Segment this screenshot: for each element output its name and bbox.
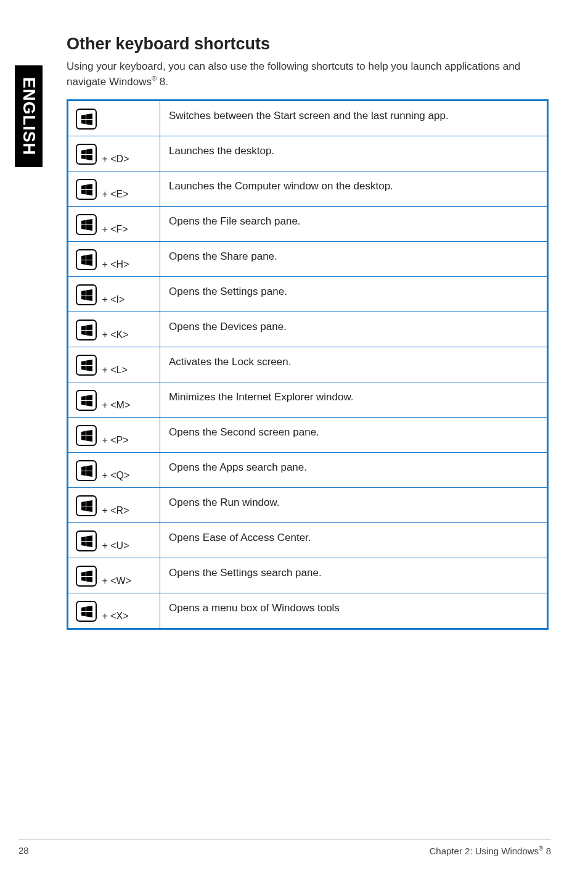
svg-marker-52: [81, 571, 86, 576]
windows-logo-icon: [81, 395, 93, 407]
content-area: Other keyboard shortcuts Using your keyb…: [67, 35, 549, 630]
shortcut-description: Opens the Share pane.: [160, 241, 548, 276]
table-row: + <M>Minimizes the Internet Explorer win…: [68, 382, 548, 417]
table-row: + <Q>Opens the Apps search pane.: [68, 452, 548, 487]
key-combo-text: + <E>: [99, 189, 129, 199]
svg-marker-7: [86, 155, 92, 160]
shortcut-description: Opens the File search pane.: [160, 206, 548, 241]
windows-key-icon: [76, 495, 97, 516]
shortcut-key-cell: + <P>: [68, 417, 160, 452]
shortcut-key-cell: + <L>: [68, 347, 160, 382]
svg-marker-53: [86, 571, 92, 576]
shortcut-description: Opens the Devices pane.: [160, 311, 548, 347]
svg-marker-54: [81, 577, 86, 581]
shortcut-key-cell: + <F>: [68, 206, 160, 241]
svg-marker-29: [86, 360, 92, 365]
chapter-text-before: Chapter 2: Using Windows: [430, 846, 539, 856]
shortcut-description: Opens the Second screen pane.: [160, 417, 548, 452]
windows-key-icon: [76, 144, 97, 165]
svg-marker-0: [81, 114, 86, 118]
svg-marker-19: [86, 260, 92, 266]
key-combo-text: + <R>: [99, 505, 129, 516]
svg-marker-31: [86, 366, 92, 371]
windows-logo-icon: [81, 360, 93, 372]
table-row: + <I>Opens the Settings pane.: [68, 276, 548, 311]
key-combo-text: + <Q>: [99, 470, 129, 481]
shortcuts-table: Switches between the Start screen and th…: [67, 99, 549, 630]
svg-marker-49: [86, 535, 92, 541]
windows-key-icon: [76, 355, 97, 376]
shortcut-description: Opens the Settings pane.: [160, 276, 548, 311]
shortcut-description: Launches the desktop.: [160, 136, 548, 171]
table-row: + <L>Activates the Lock screen.: [68, 347, 548, 382]
svg-marker-59: [86, 612, 92, 617]
key-combo-text: + <K>: [99, 329, 129, 340]
registered-mark: ®: [152, 75, 157, 82]
svg-marker-55: [86, 577, 92, 582]
key-combo-text: + <M>: [99, 400, 130, 410]
table-row: + <P>Opens the Second screen pane.: [68, 417, 548, 452]
key-combo-text: + <F>: [99, 224, 128, 234]
key-combo-text: + <D>: [99, 154, 129, 164]
shortcut-description: Opens the Run window.: [160, 487, 548, 522]
windows-logo-icon: [81, 113, 93, 126]
svg-marker-38: [81, 436, 86, 440]
svg-marker-28: [81, 360, 86, 365]
windows-key-icon: [76, 284, 97, 305]
svg-marker-24: [81, 325, 86, 329]
page-number: 28: [18, 845, 29, 856]
svg-marker-51: [86, 542, 92, 547]
intro-text-after: 8.: [157, 76, 168, 88]
windows-key-icon: [76, 425, 97, 446]
svg-marker-23: [86, 295, 92, 301]
key-combo-text: + <P>: [99, 435, 129, 445]
shortcut-key-cell: + <M>: [68, 382, 160, 417]
windows-key-icon: [76, 390, 97, 411]
windows-logo-icon: [81, 289, 93, 302]
shortcut-key-cell: + <H>: [68, 241, 160, 276]
intro-paragraph: Using your keyboard, you can also use th…: [67, 60, 549, 89]
svg-marker-48: [81, 536, 86, 540]
table-row: + <F>Opens the File search pane.: [68, 206, 548, 241]
windows-logo-icon: [81, 535, 93, 548]
shortcut-key-cell: + <W>: [68, 558, 160, 593]
svg-marker-3: [86, 120, 92, 125]
windows-logo-icon: [81, 254, 93, 266]
svg-marker-42: [81, 471, 86, 476]
page: ENGLISH Other keyboard shortcuts Using y…: [0, 0, 588, 887]
svg-marker-20: [81, 290, 86, 294]
svg-marker-22: [81, 295, 86, 300]
svg-marker-33: [86, 395, 92, 400]
windows-logo-icon: [81, 324, 93, 337]
svg-marker-32: [81, 395, 86, 400]
shortcut-key-cell: + <X>: [68, 593, 160, 629]
shortcut-description: Opens Ease of Access Center.: [160, 522, 548, 558]
key-combo-text: + <L>: [99, 365, 128, 375]
windows-logo-icon: [81, 500, 93, 513]
table-row: + <D>Launches the desktop.: [68, 136, 548, 171]
table-row: + <H>Opens the Share pane.: [68, 241, 548, 276]
table-row: + <X>Opens a menu box of Windows tools: [68, 593, 548, 629]
svg-marker-58: [81, 612, 86, 616]
svg-marker-43: [86, 471, 92, 477]
svg-marker-34: [81, 401, 86, 405]
windows-key-icon: [76, 566, 97, 587]
svg-marker-14: [81, 225, 86, 229]
svg-marker-45: [86, 500, 92, 506]
svg-marker-25: [86, 324, 92, 330]
language-tab-label: ENGLISH: [19, 77, 38, 155]
windows-key-icon: [76, 601, 97, 622]
svg-marker-1: [86, 113, 92, 119]
shortcut-key-cell: + <Q>: [68, 452, 160, 487]
shortcut-description: Switches between the Start screen and th…: [160, 100, 548, 136]
shortcut-key-cell: + <D>: [68, 136, 160, 171]
key-combo-text: + <W>: [99, 576, 131, 586]
table-row: + <E>Launches the Computer window on the…: [68, 171, 548, 206]
table-row: + <U>Opens Ease of Access Center.: [68, 522, 548, 558]
svg-marker-4: [81, 149, 86, 154]
table-row: Switches between the Start screen and th…: [68, 100, 548, 136]
shortcut-key-cell: + <I>: [68, 276, 160, 311]
svg-marker-21: [86, 289, 92, 295]
svg-marker-13: [86, 219, 92, 225]
svg-marker-18: [81, 260, 86, 265]
